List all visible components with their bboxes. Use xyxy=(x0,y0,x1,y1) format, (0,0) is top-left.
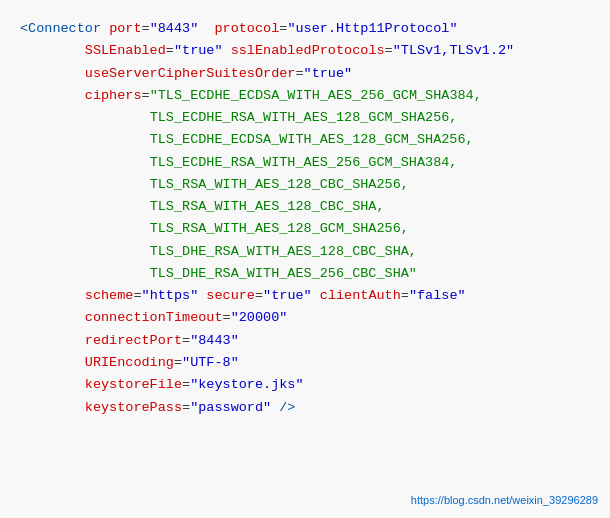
code-block: <Connector port="8443" protocol="user.Ht… xyxy=(20,18,590,419)
code-line: TLS_DHE_RSA_WITH_AES_128_CBC_SHA, xyxy=(20,244,417,259)
code-container: <Connector port="8443" protocol="user.Ht… xyxy=(0,0,610,518)
code-line: keystorePass="password" /> xyxy=(20,400,295,415)
code-line: TLS_ECDHE_ECDSA_WITH_AES_128_GCM_SHA256, xyxy=(20,132,474,147)
code-line: TLS_RSA_WITH_AES_128_CBC_SHA, xyxy=(20,199,385,214)
code-line: connectionTimeout="20000" xyxy=(20,310,287,325)
code-line: SSLEnabled="true" sslEnabledProtocols="T… xyxy=(20,43,514,58)
code-line: TLS_ECDHE_RSA_WITH_AES_128_GCM_SHA256, xyxy=(20,110,457,125)
code-line: TLS_RSA_WITH_AES_128_GCM_SHA256, xyxy=(20,221,409,236)
code-line: redirectPort="8443" xyxy=(20,333,239,348)
code-line: URIEncoding="UTF-8" xyxy=(20,355,239,370)
code-line: <Connector port="8443" protocol="user.Ht… xyxy=(20,21,458,36)
code-line: scheme="https" secure="true" clientAuth=… xyxy=(20,288,466,303)
code-line: TLS_ECDHE_RSA_WITH_AES_256_GCM_SHA384, xyxy=(20,155,457,170)
code-line: ciphers="TLS_ECDHE_ECDSA_WITH_AES_256_GC… xyxy=(20,88,482,103)
code-line: useServerCipherSuitesOrder="true" xyxy=(20,66,352,81)
code-line: keystoreFile="keystore.jks" xyxy=(20,377,304,392)
watermark-link[interactable]: https://blog.csdn.net/weixin_39296289 xyxy=(411,492,598,510)
code-line: TLS_RSA_WITH_AES_128_CBC_SHA256, xyxy=(20,177,409,192)
code-line: TLS_DHE_RSA_WITH_AES_256_CBC_SHA" xyxy=(20,266,417,281)
